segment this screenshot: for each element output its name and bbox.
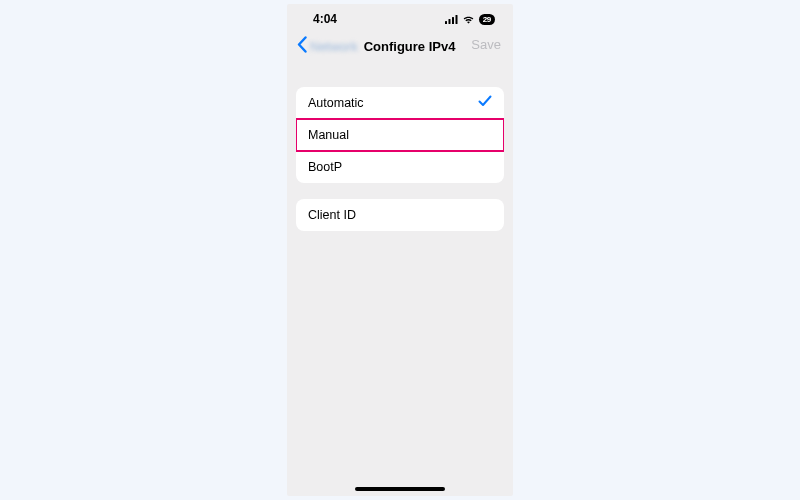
battery-icon: 29	[479, 14, 495, 25]
wifi-icon	[462, 15, 475, 24]
status-bar: 4:04 29	[287, 4, 513, 30]
client-id-field[interactable]: Client ID	[296, 199, 504, 231]
option-label: BootP	[308, 160, 342, 174]
svg-rect-1	[448, 19, 450, 24]
option-automatic[interactable]: Automatic	[296, 87, 504, 119]
option-bootp[interactable]: BootP	[296, 151, 504, 183]
phone-screen: 4:04 29 Network Configure IPv4 Save Auto…	[287, 4, 513, 496]
home-indicator[interactable]	[355, 487, 445, 491]
save-button[interactable]: Save	[471, 37, 501, 52]
nav-bar: Network Configure IPv4 Save	[287, 30, 513, 67]
svg-rect-2	[452, 17, 454, 24]
option-label: Manual	[308, 128, 349, 142]
svg-rect-3	[455, 15, 457, 24]
page-title: Configure IPv4	[364, 39, 456, 54]
client-id-group: Client ID	[296, 199, 504, 231]
option-manual[interactable]: Manual	[296, 119, 504, 151]
checkmark-icon	[478, 95, 492, 110]
back-button-label[interactable]: Network	[310, 39, 358, 54]
field-label: Client ID	[308, 208, 356, 222]
svg-rect-0	[445, 21, 447, 24]
back-chevron-icon[interactable]	[297, 36, 308, 57]
ipv4-options-group: Automatic Manual BootP	[296, 87, 504, 183]
status-time: 4:04	[313, 12, 337, 26]
cellular-icon	[445, 15, 458, 24]
status-right: 29	[445, 14, 495, 25]
option-label: Automatic	[308, 96, 364, 110]
